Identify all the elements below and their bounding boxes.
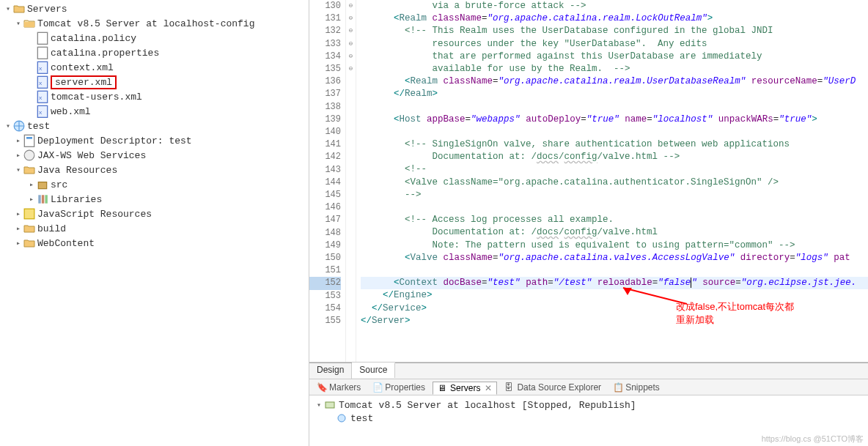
tree-label: catalina.properties — [51, 48, 159, 59]
code-editor[interactable]: 1301311321331341351361371381391401411421… — [309, 0, 868, 363]
tree-item[interactable]: ▸ JAX-WS Web Services — [0, 148, 309, 163]
descriptor-icon — [23, 135, 35, 146]
svg-rect-0 — [37, 32, 47, 44]
tree-label: WebContent — [37, 238, 95, 249]
tree-file-server-xml[interactable]: x server.xml — [0, 75, 309, 89]
svg-text:x: x — [39, 65, 43, 72]
properties-icon: 📄 — [372, 382, 383, 393]
xml-file-icon: x — [37, 62, 48, 73]
java-resources-icon — [23, 164, 35, 176]
close-icon[interactable]: ✕ — [485, 383, 492, 393]
folder-icon — [23, 237, 35, 249]
tree-label: Deployment Descriptor: test — [37, 135, 192, 146]
tree-label: test — [27, 121, 50, 132]
bottom-panel: 🔖Markers 📄Properties 🖥Servers ✕ 🗄Data So… — [309, 379, 868, 446]
tab-design[interactable]: Design — [309, 363, 352, 379]
chevron-down-icon[interactable]: ▾ — [13, 166, 23, 174]
code-content[interactable]: via a brute-force attack --> <Realm clas… — [356, 0, 868, 362]
snippets-icon: 📋 — [613, 382, 623, 393]
tree-item[interactable]: ▾ Java Resources — [0, 163, 309, 177]
chevron-down-icon[interactable]: ▾ — [314, 401, 324, 409]
svg-rect-17 — [45, 195, 47, 203]
view-tabs: 🔖Markers 📄Properties 🖥Servers ✕ 🗄Data So… — [309, 379, 868, 395]
tree-item[interactable]: ▸ Libraries — [0, 192, 309, 207]
line-number-gutter: 1301311321331341351361371381391401411421… — [309, 0, 346, 362]
fold-column[interactable]: ⊖⊖⊖⊖⊖⊖ — [346, 0, 356, 362]
folder-icon — [23, 223, 35, 234]
chevron-right-icon[interactable]: ▸ — [26, 180, 37, 189]
svg-rect-15 — [38, 195, 40, 203]
svg-text:x: x — [39, 109, 43, 116]
view-servers[interactable]: 🖥Servers ✕ — [433, 382, 497, 395]
xml-file-icon: x — [37, 105, 48, 117]
tree-label: catalina.policy — [51, 33, 136, 44]
view-properties[interactable]: 📄Properties — [368, 382, 430, 393]
chevron-right-icon[interactable]: ▸ — [13, 136, 23, 145]
project-explorer[interactable]: ▾ Servers ▾ Tomcat v8.5 Server at localh… — [0, 0, 309, 446]
tree-label: src — [51, 179, 67, 190]
database-icon: 🗄 — [504, 382, 515, 393]
folder-open-icon — [23, 18, 35, 29]
editor-tabs: Design Source — [309, 363, 868, 379]
xml-file-icon: x — [37, 76, 48, 88]
tree-label: JAX-WS Web Services — [37, 150, 146, 161]
xml-file-icon: x — [37, 91, 48, 103]
folder-icon — [13, 3, 25, 15]
tree-label: context.xml — [51, 62, 114, 73]
tree-label: server.xml — [51, 75, 117, 89]
server-row[interactable]: ▾ Tomcat v8.5 Server at localhost [Stopp… — [314, 398, 864, 412]
svg-rect-18 — [24, 209, 34, 219]
svg-rect-12 — [26, 137, 32, 139]
tree-item[interactable]: ▸ JavaScript Resources — [0, 207, 309, 221]
chevron-right-icon[interactable]: ▸ — [13, 224, 23, 233]
svg-rect-16 — [42, 195, 44, 203]
editor-pane: 1301311321331341351361371381391401411421… — [309, 0, 868, 446]
tree-file[interactable]: x web.xml — [0, 104, 309, 119]
tree-label: Servers — [27, 4, 67, 15]
svg-rect-21 — [326, 402, 334, 408]
tree-label: JavaScript Resources — [37, 209, 152, 220]
chevron-right-icon[interactable]: ▸ — [13, 239, 23, 248]
tree-file[interactable]: x tomcat-users.xml — [0, 89, 309, 104]
package-icon — [37, 179, 48, 190]
tree-item[interactable]: ▸ build — [0, 221, 309, 236]
tree-item[interactable]: ▸ Deployment Descriptor: test — [0, 133, 309, 148]
tree-file[interactable]: catalina.policy — [0, 31, 309, 45]
module-label: test — [350, 413, 373, 424]
svg-text:x: x — [39, 94, 43, 101]
tree-label: Libraries — [51, 194, 102, 205]
view-datasource[interactable]: 🗄Data Source Explorer — [500, 382, 606, 393]
server-module-row[interactable]: test — [314, 412, 864, 425]
chevron-down-icon[interactable]: ▾ — [3, 122, 13, 130]
svg-text:x: x — [39, 80, 43, 86]
view-snippets[interactable]: 📋Snippets — [608, 382, 664, 393]
tree-item[interactable]: ▸ WebContent — [0, 236, 309, 250]
servers-view-content[interactable]: ▾ Tomcat v8.5 Server at localhost [Stopp… — [309, 395, 868, 446]
server-icon — [324, 400, 336, 410]
tree-servers[interactable]: ▾ Servers — [0, 1, 309, 16]
tree-item[interactable]: ▸ src — [0, 177, 309, 192]
tree-tomcat-config[interactable]: ▾ Tomcat v8.5 Server at localhost-config — [0, 16, 309, 31]
tree-file[interactable]: x context.xml — [0, 60, 309, 75]
tab-source[interactable]: Source — [352, 363, 395, 378]
servers-icon: 🖥 — [438, 383, 448, 393]
tree-file[interactable]: catalina.properties — [0, 45, 309, 60]
tree-label: Java Resources — [37, 165, 117, 176]
markers-icon: 🔖 — [317, 382, 327, 393]
server-label: Tomcat v8.5 Server at localhost [Stopped… — [339, 400, 636, 411]
chevron-right-icon[interactable]: ▸ — [13, 151, 23, 160]
chevron-right-icon[interactable]: ▸ — [13, 209, 23, 218]
file-icon — [37, 47, 48, 59]
file-icon — [37, 32, 48, 44]
tree-label: web.xml — [51, 106, 91, 117]
svg-rect-14 — [38, 182, 46, 189]
chevron-right-icon[interactable]: ▸ — [26, 195, 37, 204]
chevron-down-icon[interactable]: ▾ — [3, 4, 13, 13]
svg-rect-1 — [37, 47, 47, 59]
tree-label: build — [37, 223, 66, 234]
view-markers[interactable]: 🔖Markers — [312, 382, 365, 393]
tree-label: Tomcat v8.5 Server at localhost-config — [37, 18, 254, 29]
chevron-down-icon[interactable]: ▾ — [13, 19, 23, 28]
js-resources-icon — [23, 208, 35, 220]
tree-project-test[interactable]: ▾ test — [0, 119, 309, 133]
